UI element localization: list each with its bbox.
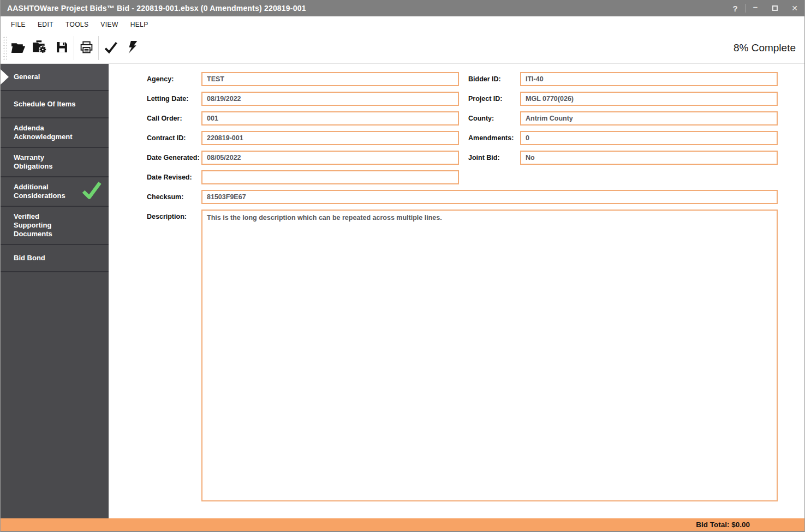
joint-bid-field[interactable]	[520, 151, 778, 165]
date-generated-field[interactable]	[201, 151, 459, 165]
checksum-field[interactable]	[201, 190, 778, 204]
date-revised-field[interactable]	[201, 170, 459, 184]
sidebar-item-general[interactable]: General	[1, 64, 109, 91]
sidebar-nav: General Schedule Of Items Addenda Acknow…	[1, 64, 109, 518]
general-panel: Agency: Bidder ID: Letting Date: Project…	[109, 64, 804, 518]
county-field[interactable]	[520, 111, 778, 125]
toolbar-grip[interactable]	[3, 36, 7, 60]
sidebar-item-verified-supporting-documents[interactable]: Verified Supporting Documents	[1, 207, 109, 245]
description-label: Description:	[147, 210, 201, 224]
menu-help[interactable]: HELP	[124, 21, 154, 28]
sidebar-item-warranty-obligations[interactable]: Warranty Obligations	[1, 148, 109, 177]
toolbar-separator	[74, 36, 74, 60]
maximize-icon	[772, 5, 778, 11]
call-order-field[interactable]	[201, 111, 459, 125]
folder-open-icon	[11, 41, 26, 56]
joint-bid-label: Joint Bid:	[459, 151, 520, 165]
date-revised-label: Date Revised:	[147, 170, 201, 184]
date-generated-label: Date Generated:	[147, 151, 201, 165]
lightning-bolt-icon	[127, 40, 139, 56]
open-bid-button[interactable]	[7, 36, 29, 60]
status-bar: Bid Total: $0.00	[1, 518, 804, 531]
sidebar-filler	[1, 272, 109, 518]
auto-complete-button[interactable]	[122, 36, 144, 60]
window-title: AASHTOWare Project Bids™ Bid - 220819-00…	[1, 4, 306, 13]
bidder-id-label: Bidder ID:	[459, 72, 520, 86]
open-amendment-button[interactable]	[29, 36, 51, 60]
project-id-label: Project ID:	[459, 92, 520, 106]
menu-view[interactable]: VIEW	[94, 21, 124, 28]
menu-bar: FILE EDIT TOOLS VIEW HELP	[1, 16, 804, 33]
project-id-field[interactable]	[520, 92, 778, 106]
toolbar: 8% Complete	[1, 33, 804, 64]
maximize-button[interactable]	[765, 0, 785, 16]
checksum-label: Checksum:	[147, 190, 201, 204]
contract-id-label: Contract ID:	[147, 131, 201, 145]
title-bar: AASHTOWare Project Bids™ Bid - 220819-00…	[1, 0, 804, 16]
sidebar-item-addenda-acknowledgment[interactable]: Addenda Acknowledgment	[1, 118, 109, 148]
close-button[interactable]: ✕	[785, 0, 804, 16]
progress-complete-label: 8% Complete	[734, 42, 804, 54]
agency-label: Agency:	[147, 72, 201, 86]
amendments-label: Amendments:	[459, 131, 520, 145]
sidebar-item-additional-considerations[interactable]: Additional Considerations	[1, 177, 109, 207]
minimize-icon: –	[753, 2, 758, 11]
save-button[interactable]	[51, 36, 73, 60]
help-button[interactable]: ?	[725, 0, 745, 16]
save-icon	[56, 41, 68, 56]
bidder-id-field[interactable]	[520, 72, 778, 86]
help-icon: ?	[732, 4, 737, 13]
print-icon	[80, 41, 93, 56]
call-order-label: Call Order:	[147, 111, 201, 125]
print-button[interactable]	[75, 36, 97, 60]
menu-tools[interactable]: TOOLS	[59, 21, 94, 28]
folder-gear-icon	[32, 40, 47, 56]
bid-total-label: Bid Total: $0.00	[696, 521, 750, 529]
green-checkmark-icon	[81, 181, 102, 202]
description-field[interactable]: This is the long description which can b…	[201, 210, 778, 501]
contract-id-field[interactable]	[201, 131, 459, 145]
menu-file[interactable]: FILE	[5, 21, 32, 28]
close-icon: ✕	[791, 4, 798, 13]
minimize-button[interactable]: –	[746, 0, 765, 16]
app-window: AASHTOWare Project Bids™ Bid - 220819-00…	[0, 0, 805, 532]
agency-field[interactable]	[201, 72, 459, 86]
menu-edit[interactable]: EDIT	[32, 21, 59, 28]
toolbar-separator	[98, 36, 99, 60]
checkmark-icon	[103, 40, 118, 56]
check-bid-button[interactable]	[100, 36, 122, 60]
sidebar-item-schedule-of-items[interactable]: Schedule Of Items	[1, 91, 109, 118]
letting-date-label: Letting Date:	[147, 92, 201, 106]
county-label: County:	[459, 111, 520, 125]
letting-date-field[interactable]	[201, 92, 459, 106]
amendments-field[interactable]	[520, 131, 778, 145]
sidebar-item-bid-bond[interactable]: Bid Bond	[1, 245, 109, 272]
